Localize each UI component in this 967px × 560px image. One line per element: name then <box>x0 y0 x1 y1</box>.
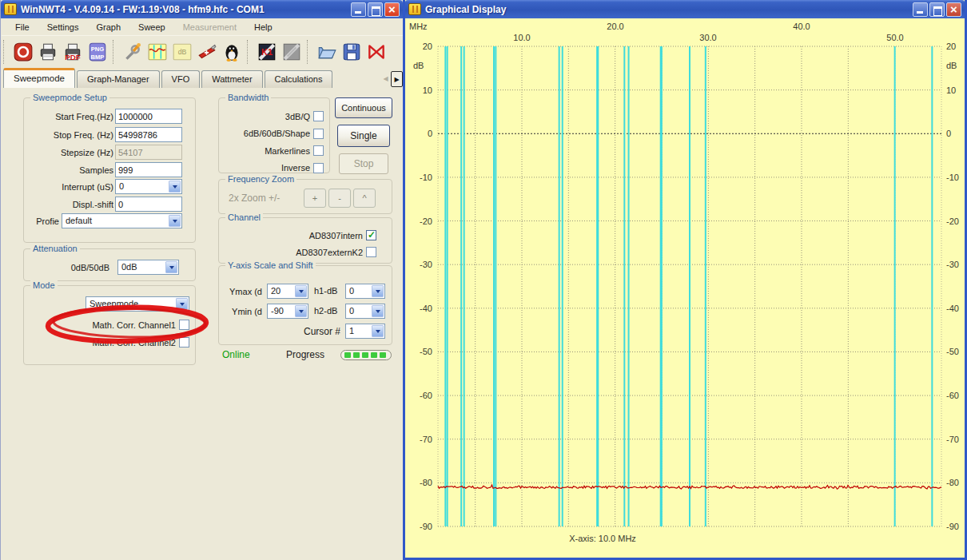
tab-scroll-right-icon[interactable]: ▶ <box>391 71 403 87</box>
bandwidth-inverse-checkbox[interactable] <box>313 163 324 173</box>
displ-shift-input[interactable] <box>115 197 182 212</box>
bandwidth-markerlines-checkbox[interactable] <box>313 145 324 156</box>
progress-segment <box>362 352 368 358</box>
ad8307intern-checkbox[interactable] <box>366 230 376 240</box>
export-png-bmp-icon[interactable]: PNGBMP <box>86 41 109 64</box>
print-icon[interactable] <box>36 41 59 64</box>
chevron-down-icon[interactable] <box>372 325 384 337</box>
menu-settings[interactable]: Settings <box>38 20 88 34</box>
zoom-label: 2x Zoom +/- <box>229 193 280 204</box>
graph-display-icon[interactable] <box>145 41 169 64</box>
tab-sweepmode[interactable]: Sweepmode <box>3 68 75 88</box>
cursor-select[interactable]: 1 <box>345 324 385 339</box>
close-button[interactable] <box>384 2 400 17</box>
x-axis-unit-label: MHz <box>409 22 428 31</box>
attenuation-select[interactable]: 0dB <box>117 260 179 275</box>
y-tick-label-left: 10 <box>408 85 432 95</box>
x-tick-label: 10.0 <box>513 33 530 42</box>
y-tick-label-left: -20 <box>408 216 432 226</box>
graph-titlebar[interactable]: Graphical Display <box>405 0 965 18</box>
group-title: Frequency Zoom <box>225 174 296 184</box>
y-tick-label-right: -20 <box>946 216 967 226</box>
main-titlebar[interactable]: WinNWT4 - V.4.09.14 - FW:1.19:V08 - hfm9… <box>1 0 403 18</box>
ymin-select[interactable]: -90 <box>267 304 308 319</box>
print-pdf-icon[interactable]: PDF <box>61 41 84 64</box>
ymax-label: Ymax (d <box>221 284 262 299</box>
chevron-down-icon[interactable] <box>169 181 181 193</box>
menu-sweep[interactable]: Sweep <box>129 20 174 34</box>
tab-vfo[interactable]: VFO <box>161 70 201 88</box>
menu-graph[interactable]: Graph <box>87 20 129 34</box>
zoom-in-button: + <box>304 189 326 208</box>
ad8307intern-label: AD8307intern <box>225 228 363 243</box>
linux-tux-icon[interactable] <box>220 41 243 64</box>
frequency-zoom-group: Frequency Zoom 2x Zoom +/- + - ^ <box>218 179 392 214</box>
svg-text:PDF: PDF <box>65 53 81 62</box>
chevron-down-icon[interactable] <box>295 305 307 317</box>
math-corr-channel2-label: Math. Corr. Channel2 <box>56 335 176 350</box>
math-corr-channel1-checkbox[interactable] <box>179 320 189 330</box>
menu-file[interactable]: File <box>6 20 38 34</box>
chevron-down-icon[interactable] <box>372 305 384 317</box>
online-status: Online <box>222 349 250 360</box>
chevron-down-icon[interactable] <box>176 298 188 310</box>
h1-db-label: h1-dB <box>314 286 337 296</box>
tab-calculations[interactable]: Calculations <box>265 70 333 88</box>
stop-freq-input[interactable] <box>115 127 182 142</box>
menu-help[interactable]: Help <box>245 20 281 34</box>
graphical-display-window: Graphical Display MHzdBdB10.020.030.040.… <box>403 0 967 560</box>
y-tick-label-right: -90 <box>946 522 967 531</box>
ad8307externk2-checkbox[interactable] <box>366 247 376 257</box>
math-corr-channel1-label: Math. Corr. Channel1 <box>56 317 176 332</box>
bandwidth-3db-q-checkbox[interactable] <box>313 111 324 121</box>
ymax-select[interactable]: 20 <box>267 284 308 299</box>
save-file-icon[interactable] <box>340 41 363 64</box>
mode-select[interactable]: Sweepmode <box>86 296 189 312</box>
interrupt-label: Interrupt (uS) <box>26 179 113 194</box>
winnwt-main-window: WinNWT4 - V.4.09.14 - FW:1.19:V08 - hfm9… <box>0 0 403 560</box>
profile-select[interactable]: default <box>62 213 182 228</box>
db-scale-icon[interactable]: dB <box>170 41 193 64</box>
ad8307externk2-label: AD8307externK2 <box>225 244 363 260</box>
exit-icon[interactable] <box>364 41 388 64</box>
chevron-down-icon[interactable] <box>169 215 181 227</box>
calibration-data-icon[interactable] <box>280 41 303 64</box>
start-freq-label: Start Freq.(Hz) <box>26 109 113 124</box>
yaxis-scale-group: Y-axis Scale and Shift Ymax (d 20 h1-dB … <box>218 265 392 345</box>
sweepmode-tab-content: Sweepmode Setup Start Freq.(Hz) Stop Fre… <box>2 88 403 560</box>
h2-db-select[interactable]: 0 <box>345 304 385 319</box>
maximize-button[interactable] <box>368 2 383 17</box>
swiss-knife-icon[interactable] <box>195 41 218 64</box>
y-tick-label-right: 10 <box>946 85 967 95</box>
open-file-icon[interactable] <box>315 41 338 64</box>
bandwidth-option-label: 3dB/Q <box>221 109 310 124</box>
single-button[interactable]: Single <box>337 125 390 147</box>
interrupt-select[interactable]: 0 <box>115 179 182 194</box>
start-freq-input[interactable] <box>115 109 182 124</box>
tab-graph-manager[interactable]: Graph-Manager <box>77 70 160 88</box>
maximize-button[interactable] <box>929 2 945 17</box>
minimize-button[interactable] <box>351 2 366 17</box>
group-title: Y-axis Scale and Shift <box>225 260 316 270</box>
chevron-down-icon[interactable] <box>165 261 177 273</box>
chevron-down-icon[interactable] <box>372 285 384 297</box>
h1-db-select[interactable]: 0 <box>345 284 385 299</box>
ymin-label: Ymin (d <box>221 304 262 319</box>
winnwt-app-icon <box>4 3 17 15</box>
main-window-title: WinNWT4 - V.4.09.14 - FW:1.19:V08 - hfm9… <box>21 4 351 15</box>
chevron-down-icon[interactable] <box>295 285 307 297</box>
bandwidth-6db-60db-shape-checkbox[interactable] <box>313 129 324 139</box>
y-tick-label-left: -10 <box>408 173 432 182</box>
math-corr-channel2-checkbox[interactable] <box>179 337 189 348</box>
power-icon[interactable] <box>11 41 34 64</box>
close-button[interactable] <box>946 2 961 17</box>
cursor-label: Cursor # <box>277 324 340 339</box>
settings-tools-icon[interactable] <box>121 41 144 64</box>
k1-calibration-icon[interactable]: K1 <box>255 41 278 64</box>
tab-wattmeter[interactable]: Wattmeter <box>201 70 262 88</box>
samples-input[interactable] <box>115 162 182 177</box>
continuous-button[interactable]: Continuous <box>335 97 392 118</box>
minimize-button[interactable] <box>913 2 928 17</box>
y-tick-label-left: 20 <box>408 42 432 51</box>
mode-group: Mode Sweepmode Math. Corr. Channel1 Math… <box>23 285 196 365</box>
